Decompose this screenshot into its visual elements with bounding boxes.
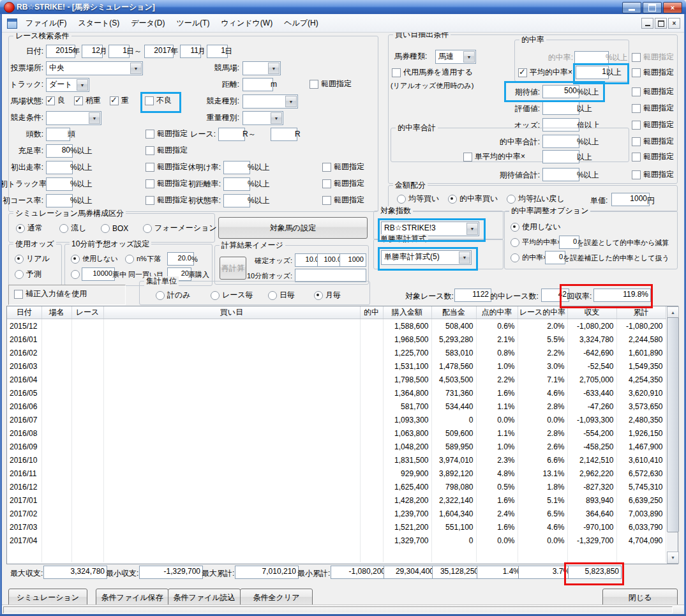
table-row[interactable]: 2016/091,048,200589,9501.0%2.6%-458,2501…: [7, 440, 666, 453]
table-row[interactable]: 2017/021,239,7001,604,3402.4%6.5%364,640…: [7, 507, 666, 520]
race-to-input[interactable]: [271, 128, 297, 141]
eval-range-checkbox[interactable]: 範囲指定: [632, 103, 674, 113]
col-race[interactable]: レース: [71, 306, 103, 319]
race-condition-select[interactable]: ▼: [46, 111, 101, 125]
table-row[interactable]: 2016/041,798,5004,503,5002.2%7.1%2,705,0…: [7, 373, 666, 386]
heads-input[interactable]: [46, 128, 70, 141]
fill-rate-range-checkbox[interactable]: 範囲指定: [145, 146, 188, 155]
simulation-button[interactable]: シミュレーション: [8, 589, 87, 606]
menu-window[interactable]: ウィンドウ(W): [215, 16, 278, 31]
maximize-button[interactable]: [643, 2, 662, 13]
track-select[interactable]: ダート▼: [46, 78, 89, 92]
hitrate-buy-radio[interactable]: 的中率買い: [448, 194, 498, 204]
menu-help[interactable]: ヘルプ(H): [278, 16, 324, 31]
table-row[interactable]: 2017/011,428,2002,322,1401.6%5.1%893,940…: [7, 493, 666, 507]
win-formula-select[interactable]: 単勝率計算式(5)▼: [381, 250, 472, 265]
votes-total-input[interactable]: 10000: [82, 267, 115, 281]
save-condition-button[interactable]: 条件ファイル保存: [96, 589, 168, 606]
substitute-ticket-checkbox[interactable]: 代用馬券を適用する: [392, 68, 473, 77]
expect-input[interactable]: 500: [542, 85, 579, 98]
menu-tool[interactable]: ツール(T): [171, 16, 216, 31]
avg-hitrate-checkbox[interactable]: 平均的中率×: [518, 68, 572, 77]
date-from-year-input[interactable]: 2015: [46, 45, 75, 58]
close-dialog-button[interactable]: 閉じる: [602, 589, 678, 606]
table-row[interactable]: 2016/101,831,5003,974,0102.3%6.6%2,142,5…: [7, 453, 666, 467]
hitrate-sum-input[interactable]: [542, 135, 579, 148]
expect-sum-input[interactable]: [542, 168, 579, 181]
table-row[interactable]: 2016/081,063,800509,6001.1%2.8%-554,2001…: [7, 426, 666, 440]
menu-start[interactable]: スタート(S): [72, 16, 125, 31]
close-button[interactable]: ×: [663, 2, 682, 13]
date-to-year-input[interactable]: 2017: [144, 45, 174, 58]
table-row[interactable]: 2017/031,521,200551,1001.6%4.6%-970,1006…: [7, 520, 666, 534]
menu-data[interactable]: データ(D): [125, 16, 170, 31]
composition-nagashi-radio[interactable]: 流し: [59, 223, 86, 233]
pre-odds-image-input[interactable]: [295, 269, 366, 282]
col-date[interactable]: 日付: [7, 306, 41, 319]
odds-predict-radio[interactable]: 予測: [15, 269, 41, 279]
table-row[interactable]: 2016/011,968,5005,293,2802.1%5.5%3,324,7…: [7, 333, 666, 346]
rest-rate-input[interactable]: [223, 161, 250, 174]
distance-range-checkbox[interactable]: 範囲指定: [309, 79, 352, 89]
col-payout[interactable]: 配当金: [431, 306, 476, 319]
equal-buy-radio[interactable]: 均等買い: [397, 194, 439, 204]
first-condition-range-checkbox[interactable]: 範囲指定: [322, 195, 364, 205]
hosei-checkbox[interactable]: 補正入力値を使用: [14, 289, 87, 299]
first-track-range-checkbox[interactable]: 範囲指定: [145, 179, 188, 188]
hitrate-sum-range-checkbox[interactable]: 範囲指定: [632, 137, 674, 146]
first-distance-range-checkbox[interactable]: 範囲指定: [322, 179, 364, 188]
eval-input[interactable]: [542, 101, 579, 115]
tan-avg-range-checkbox[interactable]: 範囲指定: [632, 152, 674, 162]
target-horse-settings-button[interactable]: 対象馬の設定: [218, 217, 368, 239]
first-run-input[interactable]: [46, 161, 73, 174]
pre-odds-drop-radio[interactable]: n%下落: [125, 254, 161, 264]
col-venue[interactable]: 場名: [41, 306, 71, 319]
table-row[interactable]: 2016/021,225,700583,0100.8%2.2%-642,6901…: [7, 346, 666, 359]
mdi-close-button[interactable]: ×: [668, 18, 680, 29]
fixed-odds-input-3[interactable]: 1000: [339, 253, 366, 267]
col-kaime[interactable]: 買い目: [103, 306, 360, 319]
mdi-restore-button[interactable]: [655, 18, 667, 29]
clear-condition-button[interactable]: 条件全クリア: [240, 589, 313, 606]
table-row[interactable]: 2016/06581,700534,4401.1%2.8%-47,2603,57…: [7, 400, 666, 413]
adjust-avg-radio[interactable]: 平均的中率×: [511, 237, 561, 247]
distance-input[interactable]: [242, 78, 273, 91]
first-course-range-checkbox[interactable]: 範囲指定: [145, 195, 188, 205]
equal-payout-radio[interactable]: 均等払い戻し: [507, 194, 565, 204]
col-point-rate[interactable]: 点的中率: [476, 306, 518, 319]
first-run-range-checkbox[interactable]: 範囲指定: [145, 162, 188, 172]
col-race-rate[interactable]: レース的中率: [518, 306, 567, 319]
weight-type-select[interactable]: ▼: [242, 111, 283, 125]
hitrate-input[interactable]: [574, 51, 609, 64]
agg-day-radio[interactable]: 日毎: [268, 290, 295, 300]
race-type-select[interactable]: ▼: [242, 94, 298, 109]
agg-month-radio[interactable]: 月毎: [314, 290, 341, 300]
ticket-type-select[interactable]: 馬連▼: [435, 50, 476, 64]
expect-sum-range-checkbox[interactable]: 範囲指定: [632, 170, 674, 179]
mdi-minimize-button[interactable]: [641, 18, 653, 29]
voting-place-select[interactable]: 中央▼: [46, 61, 143, 75]
menu-file[interactable]: ファイル(F): [20, 16, 72, 31]
unit-price-input[interactable]: 1000: [611, 193, 650, 206]
odds-range-checkbox[interactable]: 範囲指定: [632, 120, 674, 130]
agg-race-radio[interactable]: レース毎: [211, 290, 253, 300]
first-course-input[interactable]: [46, 194, 73, 207]
composition-normal-radio[interactable]: 通常: [16, 223, 43, 233]
baba-good-checkbox[interactable]: 良: [46, 96, 65, 105]
recalc-button[interactable]: 再計算: [220, 257, 246, 280]
avg-hitrate-input[interactable]: 1: [576, 66, 609, 79]
table-row[interactable]: 2017/041,329,70000.0%0.0%-1,329,7004,704…: [7, 534, 666, 547]
table-row[interactable]: 2016/051,364,800731,3601.6%4.6%-633,4403…: [7, 386, 666, 400]
table-row[interactable]: 2016/11929,9003,892,1204.8%13.1%2,962,22…: [7, 467, 666, 480]
col-balance[interactable]: 収支: [567, 306, 616, 319]
col-hit[interactable]: 的中: [360, 306, 383, 319]
hitrate-range-checkbox[interactable]: 範囲指定: [632, 52, 674, 62]
adjust-hitrate-radio[interactable]: 的中率×: [511, 253, 547, 262]
first-track-input[interactable]: [46, 177, 73, 191]
minimize-button[interactable]: [622, 2, 641, 13]
avg-hitrate-range-checkbox[interactable]: 範囲指定: [632, 68, 674, 77]
pre-odds-notuse-radio[interactable]: 使用しない: [71, 254, 118, 264]
vertical-scrollbar[interactable]: ▲ ▼: [667, 306, 678, 564]
race-from-input[interactable]: [218, 128, 245, 141]
load-condition-button[interactable]: 条件ファイル読込: [168, 589, 241, 606]
